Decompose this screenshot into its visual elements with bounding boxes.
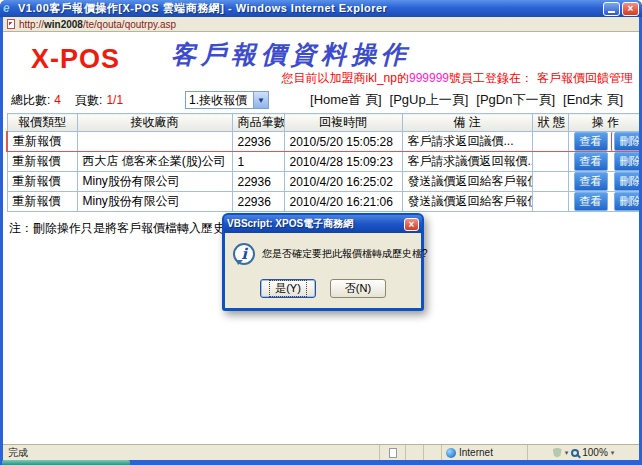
login-employee-number: 999999 <box>409 71 449 85</box>
cell-quote-type: 重新報價 <box>7 192 77 212</box>
cell-quote-type: 重新報價 <box>7 152 77 172</box>
protected-mode-icon <box>553 448 562 458</box>
internet-explorer-icon: e <box>3 3 15 15</box>
cell-status <box>532 152 568 172</box>
chevron-down-icon[interactable]: ▾ <box>611 449 615 457</box>
address-bar: http://win2008/te/qouta/qoutrpy.asp <box>3 17 639 32</box>
no-button[interactable]: 否(N) <box>330 279 386 298</box>
info-icon: i <box>233 243 255 265</box>
header-status: 狀 態 <box>532 114 568 132</box>
cell-vendor <box>77 132 232 152</box>
header-quote-type: 報價類型 <box>7 114 77 132</box>
cell-remark: 發送議價返回給客戶報價... <box>402 172 532 192</box>
cell-operation: 查看刪除 <box>568 172 639 192</box>
cell-status <box>532 192 568 212</box>
pages-value: 1/1 <box>106 93 123 107</box>
quotes-table: 報價類型 接收廠商 商品筆數 回複時間 備 注 狀 態 操 作 重新報價 229… <box>6 113 639 212</box>
status-text: 完成 <box>3 445 379 460</box>
address-protocol: http:// <box>19 19 44 30</box>
yes-button-label: 是(Y) <box>270 281 306 296</box>
cell-operation: 查看刪除 <box>568 132 639 152</box>
cell-status <box>532 172 568 192</box>
page-content: X-POS 客戶報價資料操作 您目前以加盟商ikl_np的999999號員工登錄… <box>3 32 639 444</box>
address-host: win2008 <box>44 19 83 30</box>
cell-item-count: 22936 <box>232 192 284 212</box>
header-item-count: 商品筆數 <box>232 114 284 132</box>
taskbar-fragment <box>2 460 130 465</box>
table-row[interactable]: 重新報價 西大店 億客來企業(股)公司 1 2010/4/28 15:09:23… <box>7 152 639 172</box>
zoom-controls: ▾ 100% ▾ <box>527 445 639 460</box>
login-status: 您目前以加盟商ikl_np的999999號員工登錄在：客戶報價回饋管理 <box>282 70 633 87</box>
nav-end-link[interactable]: [End末 頁] <box>563 91 623 109</box>
cell-status <box>532 132 568 152</box>
status-spacer <box>423 445 441 460</box>
dialog-body: i 您是否確定要把此報價檔轉成歷史檔? <box>225 233 421 271</box>
nav-pgup-link[interactable]: [PgUp上一頁] <box>390 91 469 109</box>
security-zone: Internet <box>441 445 527 460</box>
window-controls: × <box>603 2 639 16</box>
cell-quote-type: 重新報價 <box>7 132 77 152</box>
login-suffix: 號員工登錄在： <box>449 71 533 85</box>
zoom-level: 100% <box>582 447 608 458</box>
cell-operation: 查看刪除 <box>568 192 639 212</box>
delete-button[interactable]: 刪除 <box>614 152 640 171</box>
cell-vendor: Miny股份有限公司 <box>77 192 232 212</box>
yes-button[interactable]: 是(Y) <box>260 279 316 298</box>
delete-button[interactable]: 刪除 <box>614 132 640 151</box>
delete-button[interactable]: 刪除 <box>614 192 640 211</box>
cell-item-count: 22936 <box>232 132 284 152</box>
record-stats: 總比數: 4 頁數: 1/1 <box>11 92 123 109</box>
cell-vendor: Miny股份有限公司 <box>77 172 232 192</box>
login-prefix: 您目前以加盟商 <box>282 71 366 85</box>
quote-type-selected: 1.接收報價 <box>186 92 253 109</box>
dialog-title: VBScript: XPOS電子商務網 <box>227 217 404 231</box>
cell-remark: 客戶請求返回議價... <box>402 132 532 152</box>
page-icon <box>7 19 15 29</box>
login-account: ikl_np <box>366 71 397 85</box>
dialog-close-button[interactable]: × <box>404 218 419 231</box>
zone-label: Internet <box>459 447 493 458</box>
close-button[interactable]: × <box>622 2 639 16</box>
header-vendor: 接收廠商 <box>77 114 232 132</box>
chevron-down-icon[interactable]: ▼ <box>253 92 268 108</box>
titlebar: e V1.00客戶報價操作[X-POS 雲端商務網] - Windows Int… <box>0 0 642 17</box>
view-button[interactable]: 查看 <box>574 152 608 171</box>
table-header-row: 報價類型 接收廠商 商品筆數 回複時間 備 注 狀 態 操 作 <box>7 114 639 132</box>
address-path: /te/qouta/qoutrpy.asp <box>83 19 176 30</box>
view-button[interactable]: 查看 <box>574 192 608 211</box>
dialog-message: 您是否確定要把此報價檔轉成歷史檔? <box>262 247 428 261</box>
cell-quote-type: 重新報價 <box>7 172 77 192</box>
magnifier-icon <box>571 449 579 457</box>
nav-pgdn-link[interactable]: [PgDn下一頁] <box>476 91 555 109</box>
nav-home-link[interactable]: [Home首 頁] <box>310 91 382 109</box>
page-title: 客戶報價資料操作 <box>3 38 579 71</box>
pages-label: 頁數: <box>75 92 102 109</box>
table-row[interactable]: 重新報價 Miny股份有限公司 22936 2010/4/20 16:25:02… <box>7 172 639 192</box>
chevron-down-icon[interactable]: ▾ <box>565 449 569 457</box>
view-button[interactable]: 查看 <box>574 132 608 151</box>
vbscript-dialog: VBScript: XPOS電子商務網 × i 您是否確定要把此報價檔轉成歷史檔… <box>222 213 424 311</box>
header-reply-time: 回複時間 <box>284 114 402 132</box>
dialog-buttons: 是(Y) 否(N) <box>225 271 421 308</box>
cell-reply-time: 2010/4/20 16:21:06 <box>284 192 402 212</box>
cell-operation: 查看刪除 <box>568 152 639 172</box>
page-header: X-POS 客戶報價資料操作 您目前以加盟商ikl_np的999999號員工登錄… <box>3 32 639 89</box>
header-operation: 操 作 <box>568 114 639 132</box>
status-doc-panel <box>379 445 405 460</box>
table-row[interactable]: 重新報價 22936 2010/5/20 15:05:28 客戶請求返回議價..… <box>7 132 639 152</box>
cell-item-count: 22936 <box>232 172 284 192</box>
cell-reply-time: 2010/4/20 16:25:02 <box>284 172 402 192</box>
header-remark: 備 注 <box>402 114 532 132</box>
table-row[interactable]: 重新報價 Miny股份有限公司 22936 2010/4/20 16:21:06… <box>7 192 639 212</box>
total-label: 總比數: <box>11 92 50 109</box>
cell-vendor: 西大店 億客來企業(股)公司 <box>77 152 232 172</box>
minimize-button[interactable] <box>603 2 620 16</box>
quote-type-select[interactable]: 1.接收報價 ▼ <box>185 91 269 109</box>
window-title: V1.00客戶報價操作[X-POS 雲端商務網] - Windows Inter… <box>18 1 603 16</box>
status-bar: 完成 Internet ▾ 100% ▾ <box>3 444 639 460</box>
delete-button[interactable]: 刪除 <box>614 172 640 191</box>
view-button[interactable]: 查看 <box>574 172 608 191</box>
pagination-nav: [Home首 頁] [PgUp上一頁] [PgDn下一頁] [End末 頁] <box>310 91 631 109</box>
cell-reply-time: 2010/4/28 15:09:23 <box>284 152 402 172</box>
login-of: 的 <box>397 71 409 85</box>
